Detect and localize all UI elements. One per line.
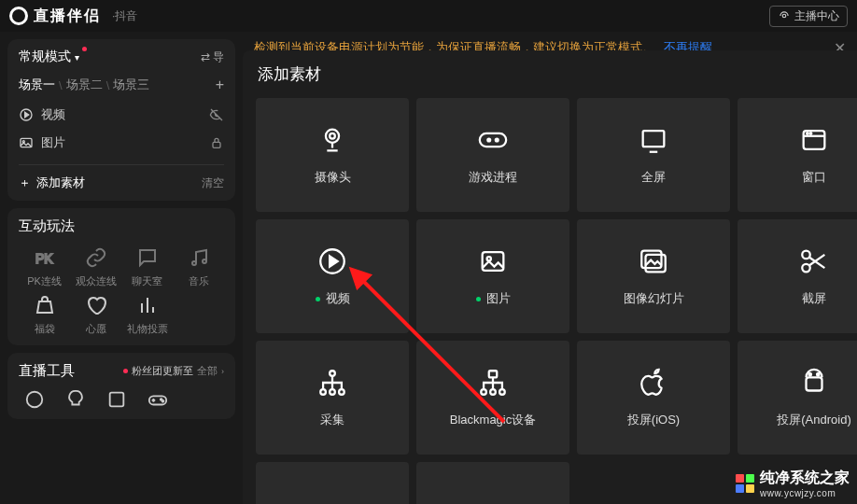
interact-chat[interactable]: 聊天室 (121, 246, 173, 288)
chart-icon (136, 294, 159, 316)
import-button[interactable]: ⇄ 导 (201, 49, 224, 65)
card-image[interactable]: 图片 (416, 219, 569, 333)
scissors-icon (798, 245, 830, 277)
gamepad-icon[interactable] (148, 389, 168, 410)
device-tree-icon (477, 367, 509, 399)
card-more-1[interactable] (256, 462, 409, 504)
source-video[interactable]: 视频 (19, 106, 224, 123)
red-dot-icon (123, 369, 128, 373)
card-fullscreen[interactable]: 全屏 (577, 98, 730, 212)
pk-icon: PK (34, 246, 56, 269)
add-source-button[interactable]: ＋ 添加素材 (19, 175, 85, 191)
mode-dropdown[interactable]: 常规模式 ▾ (19, 49, 79, 65)
interact-audience[interactable]: 观众连线 (70, 246, 121, 288)
card-more-2[interactable] (416, 462, 569, 504)
scene-tab-2[interactable]: 场景二 (66, 77, 103, 93)
window-icon (798, 124, 830, 156)
source-image[interactable]: 图片 (19, 134, 224, 151)
interact-title: 互动玩法 (19, 217, 224, 235)
chevron-right-icon: › (221, 367, 224, 376)
interact-music[interactable]: 音乐 (173, 246, 224, 288)
svg-rect-37 (807, 377, 822, 390)
fan-update-link[interactable]: 粉丝团更新至 全部 › (123, 364, 224, 378)
svg-point-28 (802, 264, 810, 273)
lock-icon[interactable] (209, 135, 224, 150)
svg-point-31 (330, 389, 335, 395)
svg-rect-33 (489, 371, 498, 377)
card-slideshow[interactable]: 图像幻灯片 (577, 219, 730, 333)
gamepad-icon (477, 124, 509, 156)
svg-point-0 (782, 14, 786, 18)
play-circle-icon (19, 107, 34, 122)
modal-title: 添加素材 (256, 63, 857, 85)
tools-title: 直播工具 (19, 362, 75, 380)
svg-rect-9 (110, 393, 124, 407)
tool-icon-2[interactable] (65, 389, 86, 410)
watermark-logo-icon (736, 474, 754, 493)
top-bar: 直播伴侣 ·抖音 主播中心 (0, 0, 857, 32)
music-icon (188, 246, 210, 269)
chevron-down-icon: ▾ (75, 52, 79, 63)
add-scene-button[interactable]: + (216, 77, 224, 93)
android-icon (798, 367, 830, 399)
source-card-grid: 摄像头 游戏进程 全屏 窗口 视频 (256, 98, 857, 504)
svg-point-14 (330, 133, 335, 139)
svg-rect-23 (483, 252, 504, 271)
broadcast-icon (778, 9, 791, 22)
svg-rect-4 (213, 142, 220, 147)
scene-panel: 常规模式 ▾ ⇄ 导 场景一 \ 场景二 \ 场景三 + 视频 (7, 39, 235, 201)
card-blackmagic[interactable]: Blackmagic设备 (416, 341, 569, 455)
svg-point-32 (339, 389, 344, 395)
svg-point-6 (192, 261, 196, 265)
tools-panel: 直播工具 粉丝团更新至 全部 › (7, 353, 235, 419)
scene-tab-1[interactable]: 场景一 (19, 77, 55, 93)
svg-point-30 (320, 389, 326, 395)
svg-point-39 (817, 373, 819, 375)
interact-panel: 互动玩法 PKPK连线 观众连线 聊天室 音乐 福袋 心愿 礼物投票 (7, 208, 235, 345)
plus-icon: ＋ (19, 175, 31, 191)
eye-off-icon[interactable] (209, 107, 224, 122)
card-game[interactable]: 游戏进程 (416, 98, 569, 212)
card-ios[interactable]: 投屏(iOS) (577, 341, 730, 455)
anchor-center-button[interactable]: 主播中心 (769, 6, 848, 27)
svg-point-20 (807, 133, 808, 134)
tree-icon (316, 367, 348, 399)
interact-lucky[interactable]: 福袋 (19, 294, 70, 336)
app-subtitle: ·抖音 (112, 8, 137, 24)
play-circle-icon (316, 245, 348, 277)
interact-pk[interactable]: PKPK连线 (19, 246, 70, 288)
svg-point-7 (203, 259, 206, 263)
card-camera[interactable]: 摄像头 (256, 98, 409, 212)
interact-vote[interactable]: 礼物投票 (121, 294, 173, 336)
card-screenshot[interactable]: 截屏 (738, 219, 857, 333)
app-name: 直播伴侣 (34, 7, 101, 26)
green-dot-icon (476, 297, 481, 301)
tool-icon-1[interactable] (24, 389, 45, 410)
svg-point-13 (326, 130, 339, 143)
green-dot-icon (316, 297, 320, 301)
svg-text:PK: PK (35, 251, 53, 266)
scene-tab-3[interactable]: 场景三 (113, 77, 149, 93)
slideshow-icon (638, 245, 669, 277)
svg-point-27 (802, 251, 810, 259)
svg-point-38 (809, 373, 811, 375)
swap-icon: ⇄ (201, 50, 210, 63)
add-source-modal: 添加素材 摄像头 游戏进程 全屏 窗口 (243, 50, 857, 504)
watermark: 纯净系统之家 www.ycwjzy.com (736, 469, 850, 498)
svg-rect-15 (480, 133, 506, 147)
card-video[interactable]: 视频 (256, 219, 409, 333)
card-window[interactable]: 窗口 (738, 98, 857, 212)
svg-point-8 (27, 392, 43, 408)
app-logo: 直播伴侣 ·抖音 (9, 7, 137, 26)
svg-point-21 (810, 133, 812, 134)
image-icon (19, 135, 34, 150)
logo-icon (9, 7, 28, 25)
interact-wish[interactable]: 心愿 (70, 294, 121, 336)
clear-button[interactable]: 清空 (202, 175, 224, 191)
card-android[interactable]: 投屏(Android) (738, 341, 857, 455)
card-capture[interactable]: 采集 (256, 341, 409, 455)
link-icon (85, 246, 107, 269)
tool-icon-3[interactable] (106, 389, 127, 410)
svg-point-35 (490, 389, 496, 395)
apple-icon (638, 367, 669, 399)
